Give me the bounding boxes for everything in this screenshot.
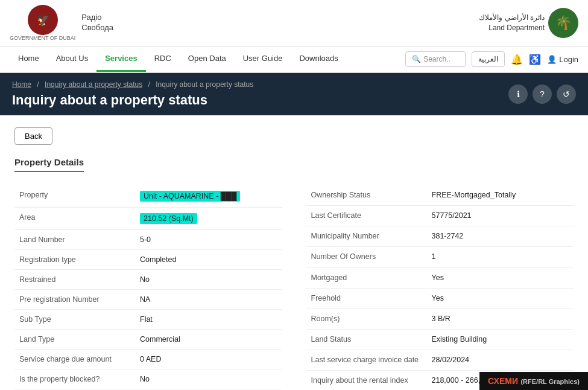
left-label: Registration type — [14, 250, 135, 270]
page-header: Home / Inquiry about a property status /… — [0, 73, 588, 115]
user-icon: 👤 — [547, 55, 557, 64]
right-label: Room(s) — [306, 308, 427, 329]
right-table-row: Last service charge invoice date28/02/20… — [306, 350, 574, 371]
radio-ru: Свобода — [81, 23, 113, 33]
nav-downloads[interactable]: Downloads — [291, 46, 346, 72]
section-title: Property Details — [14, 157, 574, 173]
left-value: 210.52 (Sq.Mt) — [135, 208, 282, 230]
nav-services[interactable]: Services — [96, 46, 146, 72]
right-label: Municipality Number — [306, 226, 427, 247]
left-value: NA — [135, 290, 282, 310]
accessibility-icon[interactable]: ♿ — [529, 54, 541, 65]
left-label: Property — [14, 185, 135, 208]
watermark-sub: (RFE/RL Graphics) — [520, 378, 580, 385]
left-table-row: Sub TypeFlat — [14, 310, 282, 330]
right-value: Existing Building — [427, 330, 574, 350]
left-table-row: RestrainedNo — [14, 270, 282, 290]
right-value: Yes — [427, 267, 574, 288]
nav-bar: Home About Us Services RDC Open Data Use… — [0, 46, 588, 73]
right-label: Last Certificate — [306, 206, 427, 226]
nav-open-data[interactable]: Open Data — [180, 46, 235, 72]
page-title: Inquiry about a property status — [12, 92, 253, 108]
search-placeholder: Search.. — [423, 55, 450, 63]
highlighted-value: 210.52 (Sq.Mt) — [140, 213, 197, 224]
left-label: Area — [14, 208, 135, 230]
left-label: Land Number — [14, 230, 135, 250]
left-value: No — [135, 369, 282, 389]
left-value: 5-0 — [135, 230, 282, 250]
land-dept-text: دائرة الأراضي والأملاك Land Department — [479, 13, 545, 33]
breadcrumb: Home / Inquiry about a property status /… — [12, 80, 253, 89]
right-value: 3 B/R — [427, 308, 574, 329]
breadcrumb-home[interactable]: Home — [12, 80, 31, 89]
radio-en: Радіо — [81, 13, 113, 23]
nav-links: Home About Us Services RDC Open Data Use… — [10, 46, 347, 72]
arabic-button[interactable]: العربية — [472, 51, 505, 67]
right-label: Ownership Status — [306, 185, 427, 206]
nav-about[interactable]: About Us — [48, 46, 96, 72]
right-table-row: FreeholdYes — [306, 288, 574, 308]
left-label: Service charge due amount — [14, 350, 135, 369]
info-icon-btn[interactable]: ℹ — [508, 85, 528, 104]
left-value: 0 AED — [135, 350, 282, 369]
left-label: Sub Type — [14, 310, 135, 330]
right-label: Land Status — [306, 330, 427, 350]
right-value: 1 — [427, 247, 574, 267]
logo-area: 🦅 GOVERNMENT OF DUBAI Радіо Свобода — [10, 5, 113, 41]
right-table-row: Ownership StatusFREE-Mortgaged_Totally — [306, 185, 574, 206]
share-icon-btn[interactable]: ↺ — [557, 85, 576, 104]
left-value: Commercial — [135, 330, 282, 350]
gov-emblem: 🦅 — [28, 5, 58, 35]
left-table-row: Registration typeCompleted — [14, 250, 282, 270]
left-table-row: Land Number5-0 — [14, 230, 282, 250]
search-box[interactable]: 🔍 Search.. — [405, 51, 466, 67]
top-bar: 🦅 GOVERNMENT OF DUBAI Радіо Свобода دائر… — [0, 0, 588, 46]
right-table-row: Number Of Owners1 — [306, 247, 574, 267]
left-table-row: Service charge due amount0 AED — [14, 350, 282, 369]
breadcrumb-level1[interactable]: Inquiry about a property status — [45, 80, 142, 89]
right-label: Last service charge invoice date — [306, 350, 427, 371]
watermark: СХЕМИ (RFE/RL Graphics) — [479, 372, 588, 390]
watermark-text: СХЕМИ — [488, 376, 518, 386]
right-table-row: MortgagedYes — [306, 267, 574, 288]
left-table-row: Area210.52 (Sq.Mt) — [14, 208, 282, 230]
nav-right: 🔍 Search.. العربية 🔔 ♿ 👤 Login — [405, 51, 578, 67]
bell-icon[interactable]: 🔔 — [511, 54, 523, 65]
right-label: Mortgaged — [306, 267, 427, 288]
right-value: 381-2742 — [427, 226, 574, 247]
help-icon-btn[interactable]: ? — [533, 85, 552, 104]
left-label: Is the property blocked? — [14, 369, 135, 389]
gov-name: GOVERNMENT OF DUBAI — [10, 35, 75, 41]
right-table-row: Land StatusExisting Building — [306, 330, 574, 350]
right-label: Number Of Owners — [306, 247, 427, 267]
left-table-row: Pre registration NumberNA — [14, 290, 282, 310]
breadcrumb-current: Inquiry about a property status — [156, 80, 253, 89]
nav-user-guide[interactable]: User Guide — [235, 46, 291, 72]
right-table-row: Room(s)3 B/R — [306, 308, 574, 329]
left-value: Completed — [135, 250, 282, 270]
land-dept-logo: 🌴 — [548, 8, 578, 38]
left-label: Land Type — [14, 330, 135, 350]
gov-logo: 🦅 GOVERNMENT OF DUBAI — [10, 5, 75, 41]
right-label: Inquiry about the rental index — [306, 371, 427, 390]
nav-rdc[interactable]: RDC — [146, 46, 180, 72]
left-table-row: Land TypeCommercial — [14, 330, 282, 350]
left-table-row: Is the property blocked?No — [14, 369, 282, 389]
left-value: Flat — [135, 310, 282, 330]
right-table-row: Last Certificate57775/2021 — [306, 206, 574, 226]
left-value: No — [135, 270, 282, 290]
left-label: Restrained — [14, 270, 135, 290]
highlighted-value: Unit - AQUAMARINE - ███ — [140, 191, 240, 202]
back-button[interactable]: Back — [14, 127, 52, 145]
left-detail-table: PropertyUnit - AQUAMARINE - ███Area210.5… — [14, 185, 282, 390]
right-value: Yes — [427, 288, 574, 308]
login-button[interactable]: 👤 Login — [547, 55, 578, 64]
right-label: Freehold — [306, 288, 427, 308]
left-label: Pre registration Number — [14, 290, 135, 310]
nav-home[interactable]: Home — [10, 46, 48, 72]
main-content: Back Property Details PropertyUnit - AQU… — [0, 115, 588, 390]
right-table-row: Municipality Number381-2742 — [306, 226, 574, 247]
right-value: 57775/2021 — [427, 206, 574, 226]
radio-logo: Радіо Свобода — [81, 13, 113, 33]
right-value: FREE-Mortgaged_Totally — [427, 185, 574, 206]
